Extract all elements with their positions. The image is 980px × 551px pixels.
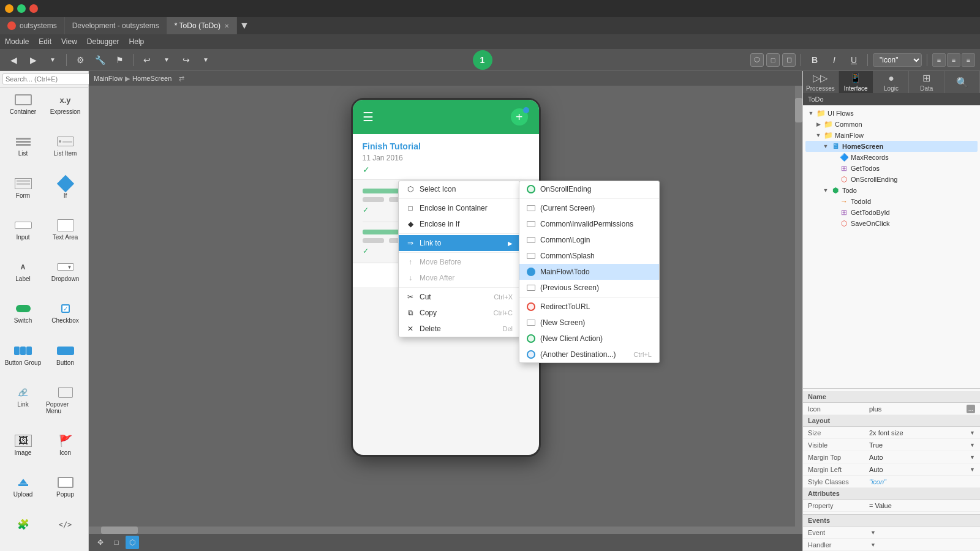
widget-container[interactable]: Container: [2, 90, 43, 130]
search-input[interactable]: [2, 73, 93, 84]
minimize-btn[interactable]: [5, 4, 13, 13]
icon-btn-3[interactable]: ◻: [782, 53, 796, 67]
scrollbar-thumb-h[interactable]: [101, 527, 138, 534]
align-left-btn[interactable]: ≡: [932, 53, 946, 67]
widget-code[interactable]: </>: [45, 515, 86, 549]
tab-outsystems[interactable]: outsystems: [0, 17, 65, 34]
widget-switch[interactable]: Switch: [2, 299, 43, 339]
sm-previous-screen[interactable]: (Previous Screen): [519, 280, 659, 296]
tree-item-gettodobyid[interactable]: ⊞ GetTodoById: [805, 207, 978, 218]
prop-margin-top-dropdown-icon[interactable]: ▼: [970, 454, 975, 460]
event-dropdown-icon[interactable]: ▼: [870, 530, 876, 536]
scrollbar-thumb-v[interactable]: [795, 98, 802, 122]
add-btn[interactable]: +: [510, 107, 529, 127]
canvas-scrollbar-h[interactable]: [89, 527, 795, 534]
tree-item-todoid[interactable]: → TodoId: [805, 196, 978, 207]
widget-checkbox[interactable]: ✓ Checkbox: [45, 299, 86, 339]
align-center-btn[interactable]: ≡: [947, 53, 960, 67]
tree-item-saveonclick[interactable]: ⬡ SaveOnClick: [805, 218, 978, 229]
back-btn[interactable]: ◀: [5, 51, 22, 69]
rp-tab-search[interactable]: 🔍: [944, 71, 980, 93]
tree-item-todo-node[interactable]: ▼ ⬢ Todo: [805, 185, 978, 196]
widget-form[interactable]: Form: [2, 174, 43, 214]
sm-common-splash[interactable]: Common\Splash: [519, 248, 659, 264]
italic-btn[interactable]: I: [826, 51, 843, 69]
prop-margin-left-dropdown-icon[interactable]: ▼: [970, 467, 975, 473]
sm-new-client-action[interactable]: (New Client Action): [519, 331, 659, 347]
sm-redirect-to-url[interactable]: RedirectToURL: [519, 299, 659, 315]
widget-popup[interactable]: Popup: [45, 473, 86, 513]
sm-new-screen[interactable]: (New Screen): [519, 315, 659, 331]
sm-current-screen[interactable]: (Current Screen): [519, 200, 659, 216]
menu-view[interactable]: View: [61, 37, 77, 46]
forward-btn[interactable]: ▶: [24, 51, 42, 69]
rp-tab-interface[interactable]: 📱 Interface: [839, 71, 874, 93]
widget-image[interactable]: 🖼 Image: [2, 431, 43, 471]
widget-button[interactable]: Button: [45, 341, 86, 381]
tree-item-ui-flows[interactable]: ▼ 📁 UI Flows: [805, 108, 978, 119]
sm-mainflow-todo[interactable]: MainFlow\Todo: [519, 264, 659, 280]
widget-upload[interactable]: Upload: [2, 473, 43, 513]
cm-link-to[interactable]: ⇒ Link to ▶: [399, 235, 520, 251]
cbt-cursor-btn[interactable]: ✥: [94, 536, 107, 549]
icon-btn-2[interactable]: □: [766, 53, 780, 67]
rp-tab-processes[interactable]: ▷▷ Processes: [803, 71, 839, 93]
prop-visible-dropdown-icon[interactable]: ▼: [970, 442, 975, 448]
tree-item-maxrecords[interactable]: 🔷 MaxRecords: [805, 152, 978, 163]
canvas-scrollbar-v[interactable]: [795, 86, 802, 534]
widget-dropdown[interactable]: ▼ Dropdown: [45, 257, 86, 298]
rp-tab-logic[interactable]: ● Logic: [874, 71, 910, 93]
hamburger-icon[interactable]: ☰: [363, 110, 374, 124]
tab-more-btn[interactable]: ▼: [237, 18, 252, 33]
widget-expression[interactable]: x.y Expression: [45, 90, 86, 130]
redo-btn[interactable]: ↪: [178, 51, 195, 69]
sm-another-destination[interactable]: (Another Destination...) Ctrl+L: [519, 347, 659, 362]
menu-module[interactable]: Module: [5, 37, 29, 46]
undo-dropdown[interactable]: ▼: [158, 51, 175, 69]
widget-popover[interactable]: Popover Menu: [45, 383, 86, 430]
undo-btn[interactable]: ↩: [138, 51, 156, 69]
tool-btn-3[interactable]: ⚑: [111, 51, 128, 69]
widget-textarea[interactable]: Text Area: [45, 216, 86, 256]
handler-dropdown-icon[interactable]: ▼: [870, 542, 876, 548]
widget-label[interactable]: A Label: [2, 257, 43, 298]
tab-development[interactable]: Development - outsystems: [65, 17, 167, 34]
underline-btn[interactable]: U: [845, 51, 862, 69]
tab-close-icon[interactable]: ✕: [224, 23, 229, 29]
close-btn[interactable]: [29, 4, 38, 13]
prop-icon-edit-btn[interactable]: …: [967, 405, 975, 413]
rp-tab-data[interactable]: ⊞ Data: [909, 71, 944, 93]
tab-todo[interactable]: * ToDo (ToDo) ✕: [167, 17, 237, 34]
widget-listitem[interactable]: List Item: [45, 132, 86, 172]
widget-input[interactable]: Input: [2, 216, 43, 256]
settings-btn[interactable]: ⚙: [72, 51, 89, 69]
sm-common-invalid[interactable]: Common\InvalidPermissions: [519, 216, 659, 232]
tree-item-common[interactable]: ▶ 📁 Common: [805, 119, 978, 130]
icon-btn-1[interactable]: ⬡: [750, 53, 764, 67]
cm-enclose-container[interactable]: □ Enclose in Container: [399, 200, 520, 216]
widget-if[interactable]: If: [45, 174, 86, 214]
widget-icon-item[interactable]: 🚩 Icon: [45, 431, 86, 471]
prop-size-dropdown-icon[interactable]: ▼: [970, 430, 975, 436]
breadcrumb-homescreen[interactable]: HomeScreen: [132, 75, 172, 82]
breadcrumb-mainflow[interactable]: MainFlow: [94, 75, 123, 82]
tree-item-mainflow[interactable]: ▼ 📁 MainFlow: [805, 130, 978, 141]
cm-select-icon[interactable]: ⬡ Select Icon: [399, 181, 520, 197]
widget-list[interactable]: List: [2, 132, 43, 172]
tree-item-homescreen[interactable]: ▼ 🖥 HomeScreen: [805, 141, 978, 152]
font-selector[interactable]: "icon": [873, 53, 922, 67]
widget-btngroup[interactable]: Button Group: [2, 341, 43, 381]
bold-btn[interactable]: B: [806, 51, 823, 69]
menu-edit[interactable]: Edit: [39, 37, 51, 46]
dropdown-btn[interactable]: ▼: [44, 51, 61, 69]
cm-copy[interactable]: ⧉ Copy Ctrl+C: [399, 305, 520, 321]
breadcrumb-expand-btn[interactable]: ⇄: [179, 75, 184, 83]
cm-delete[interactable]: ✕ Delete Del: [399, 321, 520, 337]
sm-common-login[interactable]: Common\Login: [519, 232, 659, 248]
align-right-btn[interactable]: ≡: [962, 53, 975, 67]
cm-cut[interactable]: ✂ Cut Ctrl+X: [399, 289, 520, 305]
menu-debugger[interactable]: Debugger: [87, 37, 119, 46]
maximize-btn[interactable]: [17, 4, 26, 13]
tree-item-onscrollending[interactable]: ⬡ OnScrollEnding: [805, 174, 978, 185]
cm-enclose-if[interactable]: ◆ Enclose in If: [399, 216, 520, 232]
